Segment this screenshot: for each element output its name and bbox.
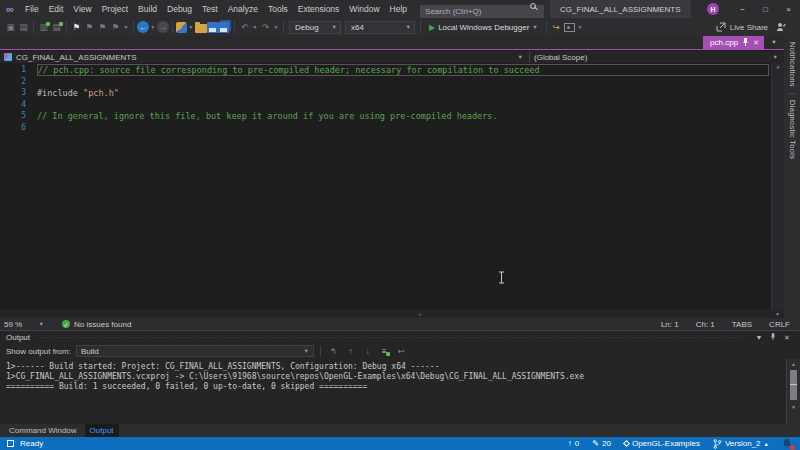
branch-icon <box>713 439 722 449</box>
outgoing-commits-button[interactable]: ↑ 0 <box>568 439 579 448</box>
menu-tools[interactable]: Tools <box>263 0 293 18</box>
global-scope-dropdown[interactable]: (Global Scope) ▼ <box>530 51 784 63</box>
notifications-bell-button[interactable] <box>782 438 793 449</box>
search-input[interactable] <box>420 5 544 18</box>
menu-analyze[interactable]: Analyze <box>223 0 263 18</box>
window-position-dropdown-icon[interactable]: ▼ <box>752 334 766 341</box>
menu-debug[interactable]: Debug <box>162 0 197 18</box>
undo-dropdown-icon[interactable]: ▾ <box>251 21 259 34</box>
restore-button[interactable]: □ <box>754 0 777 18</box>
attach-to-process-icon[interactable]: ↪ <box>550 21 563 34</box>
bookmark-icon[interactable]: ⚑ <box>70 21 83 34</box>
new-project-dropdown-icon[interactable]: ▾ <box>187 21 195 34</box>
goto-next-message-icon[interactable]: ↓ <box>361 345 374 357</box>
menu-view[interactable]: View <box>68 0 96 18</box>
solution-configuration-dropdown[interactable]: Debug ▼ <box>289 21 341 34</box>
editor-vertical-scrollbar[interactable]: + <box>771 63 784 310</box>
menu-window[interactable]: Window <box>344 0 384 18</box>
comment-selection-icon[interactable]: ▥ <box>37 21 50 34</box>
navigate-backward-icon[interactable]: ← <box>137 21 149 33</box>
panel-tab-output[interactable]: Output <box>85 424 119 437</box>
menu-extensions[interactable]: Extensions <box>293 0 345 18</box>
bookmarks-overflow-icon[interactable]: ▾ <box>122 21 130 34</box>
side-tab-notifications[interactable]: Notifications <box>788 36 797 93</box>
feedback-icon[interactable] <box>776 22 786 32</box>
document-health-indicator[interactable]: ✓ No issues found <box>62 320 131 329</box>
chevron-down-icon: ▼ <box>303 348 308 354</box>
zoom-dropdown[interactable]: 59 % ▼ <box>0 320 48 329</box>
new-project-icon[interactable] <box>176 22 187 33</box>
save-icon[interactable] <box>207 22 218 33</box>
code-area[interactable]: 1// pch.cpp: source file corresponding t… <box>0 63 771 310</box>
repository-icon <box>623 440 630 447</box>
menu-file[interactable]: File <box>20 0 44 18</box>
navigate-backward-dropdown-icon[interactable]: ▾ <box>149 21 157 34</box>
clear-all-icon[interactable]: ≡ <box>378 345 391 357</box>
image-watch-icon[interactable] <box>563 21 576 34</box>
menu-help[interactable]: Help <box>385 0 412 18</box>
output-source-dropdown[interactable]: Build ▼ <box>76 345 314 357</box>
code-line[interactable]: // pch.cpp: source file corresponding to… <box>37 64 769 76</box>
previous-bookmark-icon[interactable]: ⚑ <box>83 21 96 34</box>
close-tab-icon[interactable]: ✕ <box>753 39 759 47</box>
goto-previous-message-icon[interactable]: ↑ <box>344 345 357 357</box>
code-line[interactable]: // In general, ignore this file, but kee… <box>37 110 771 122</box>
scroll-left-icon[interactable]: ◂ <box>418 311 421 317</box>
redo-icon[interactable]: ↷ <box>259 21 272 34</box>
code-editor[interactable]: 1// pch.cpp: source file corresponding t… <box>0 63 784 310</box>
solution-platform-dropdown[interactable]: x64 ▼ <box>345 21 415 34</box>
tab-pch-cpp[interactable]: pch.cpp ✕ <box>703 36 764 49</box>
start-debugging-button[interactable]: ▶ Local Windows Debugger ▼ <box>424 23 543 32</box>
account-avatar[interactable]: H <box>707 3 719 15</box>
pin-icon[interactable] <box>742 38 749 47</box>
undo-icon[interactable]: ↶ <box>238 21 251 34</box>
auto-hide-pin-icon[interactable] <box>766 333 780 342</box>
menu-build[interactable]: Build <box>133 0 162 18</box>
output-vertical-scrollbar[interactable]: ▲ ▼ <box>786 359 800 424</box>
line-number: 1 <box>0 65 26 74</box>
navigate-forward-icon[interactable]: → <box>157 21 169 33</box>
find-message-icon[interactable]: ↰ <box>327 345 340 357</box>
editor-horizontal-scrollbar[interactable]: ◂ ▼ <box>0 310 784 318</box>
project-icon <box>4 53 12 61</box>
panel-tab-command-window[interactable]: Command Window <box>4 424 82 437</box>
toggle-word-wrap-icon[interactable]: ↩ <box>395 345 408 357</box>
redo-dropdown-icon[interactable]: ▾ <box>272 21 280 34</box>
live-share-button[interactable]: Live Share <box>716 22 768 32</box>
next-bookmark-icon[interactable]: ⚑ <box>96 21 109 34</box>
repository-button[interactable]: OpenGL-Examples <box>624 439 700 448</box>
background-tasks-icon[interactable] <box>7 440 14 447</box>
menu-edit[interactable]: Edit <box>44 0 69 18</box>
column-indicator: Ch: 1 <box>696 320 715 329</box>
branch-button[interactable]: Version_2 ▲ <box>713 439 769 449</box>
project-scope-dropdown[interactable]: CG_FINAL_ALL_ASSIGNMENTS ▼ <box>0 51 530 63</box>
code-line[interactable] <box>37 76 771 88</box>
output-log[interactable]: 1>------ Build started: Project: CG_FINA… <box>0 359 786 424</box>
code-line[interactable]: #include "pch.h" <box>37 87 771 99</box>
member-list-icon[interactable]: ▣ <box>4 21 17 34</box>
minimize-button[interactable]: − <box>731 0 754 18</box>
open-file-icon[interactable] <box>195 24 207 33</box>
scrollbar-thumb[interactable] <box>790 370 797 400</box>
side-tab-diagnostic-tools[interactable]: Diagnostic Tools <box>788 93 797 165</box>
pending-changes-button[interactable]: ✎ 20 <box>592 439 611 448</box>
save-all-icon[interactable] <box>218 22 229 33</box>
panel-drag-grip[interactable] <box>40 336 742 340</box>
quick-info-icon[interactable]: ▤ <box>17 21 30 34</box>
code-line[interactable] <box>37 99 771 111</box>
menu-project[interactable]: Project <box>97 0 133 18</box>
scrollbar-options-icon[interactable]: ▼ <box>775 311 780 317</box>
uncomment-selection-icon[interactable]: ▤ <box>50 21 63 34</box>
scroll-up-icon[interactable]: ▲ <box>787 361 800 367</box>
toolbar-options-icon[interactable]: ▾ <box>576 21 584 34</box>
clear-bookmarks-icon[interactable]: ⚑ <box>109 21 122 34</box>
split-editor-icon[interactable]: + <box>772 63 784 73</box>
document-list-dropdown-icon[interactable]: ▼ <box>764 36 784 49</box>
close-panel-icon[interactable]: ✕ <box>780 334 794 342</box>
scroll-down-icon[interactable]: ▼ <box>787 404 800 410</box>
menu-bar: FileEditViewProjectBuildDebugTestAnalyze… <box>20 0 412 18</box>
menu-test[interactable]: Test <box>197 0 223 18</box>
code-line[interactable] <box>37 122 771 134</box>
line-number: 4 <box>0 100 26 109</box>
close-button[interactable]: × <box>777 0 800 18</box>
